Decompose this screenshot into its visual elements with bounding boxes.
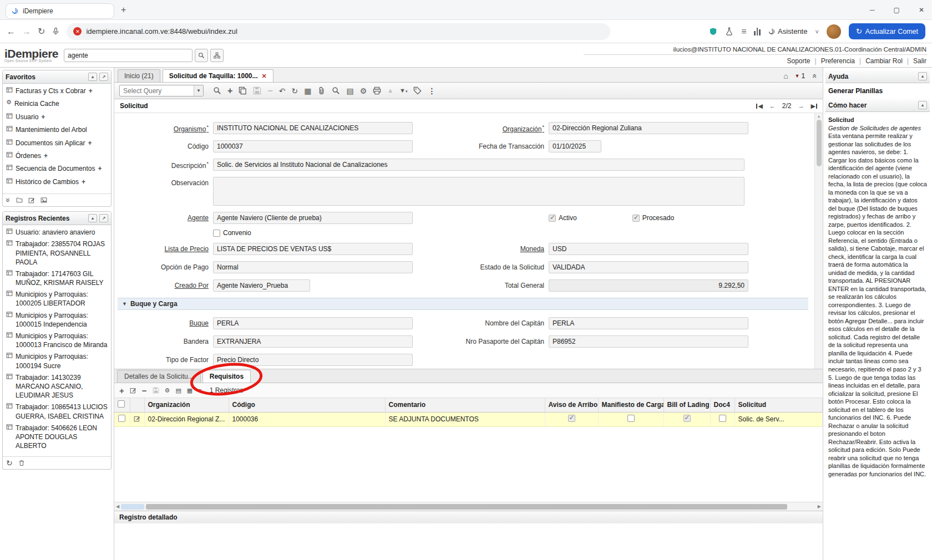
- copy-record-icon[interactable]: [239, 86, 247, 95]
- collapse-help-icon[interactable]: ▴: [918, 72, 927, 80]
- column-header-organizacion[interactable]: Organización: [144, 398, 229, 412]
- field-label-buque[interactable]: Buque: [189, 319, 209, 327]
- field-label-lista-precio[interactable]: Lista de Precio: [165, 245, 209, 253]
- url-bar[interactable]: ✕ idempiere.incanal.com.ve:8448/webui/in…: [67, 23, 610, 40]
- combobox-arrow-icon[interactable]: ▼: [194, 85, 203, 96]
- grid-settings-icon[interactable]: ▦: [187, 388, 193, 394]
- favorite-item-mantenimiento-arbol[interactable]: Mantenimiento del Arbol: [6, 125, 109, 135]
- new-record-icon[interactable]: +: [227, 86, 232, 95]
- close-tab-icon[interactable]: ✕: [262, 73, 267, 80]
- aviso-arribo-checkbox[interactable]: [568, 415, 575, 422]
- estado-solicitud-field[interactable]: VALIDADA: [549, 261, 748, 273]
- export-icon[interactable]: ▤: [175, 388, 181, 394]
- search-button[interactable]: [195, 49, 208, 62]
- find-record-icon[interactable]: [213, 86, 221, 95]
- home-icon[interactable]: ⌂: [783, 72, 788, 80]
- descripcion-field[interactable]: Solic. de Servicios al Instituto Naciona…: [213, 159, 744, 171]
- column-header-comentario[interactable]: Comentario: [385, 398, 545, 412]
- recent-record-item[interactable]: Municipios y Parroquias: 1000015 Indepen…: [6, 311, 109, 329]
- attachment-icon[interactable]: [317, 86, 326, 95]
- list-icon[interactable]: ≡: [198, 388, 201, 394]
- last-record-icon[interactable]: ▶: [811, 103, 817, 110]
- extension-flask-icon[interactable]: [725, 27, 733, 35]
- assistant-button[interactable]: Asistente: [768, 27, 807, 35]
- chevron-double-down-icon[interactable]: »: [4, 198, 12, 202]
- edit-row-icon[interactable]: [134, 415, 140, 422]
- scrollbar-thumb[interactable]: [146, 504, 787, 510]
- manifiesto-carga-checkbox[interactable]: [627, 415, 635, 422]
- opcion-pago-field[interactable]: Normal: [213, 261, 413, 273]
- field-label-organizacion[interactable]: Organización: [503, 125, 544, 133]
- table-row[interactable]: 02-Dirección Regional Z... 1000036 SE AD…: [114, 412, 823, 426]
- picture-icon[interactable]: [40, 197, 47, 203]
- folder-icon[interactable]: [16, 197, 23, 203]
- maximize-button[interactable]: ▢: [894, 6, 900, 14]
- edit-icon[interactable]: [28, 197, 35, 203]
- new-record-plus-icon[interactable]: +: [89, 87, 93, 95]
- recent-record-item[interactable]: Trabajador: 14130239 MARCANO ASCANIO, LE…: [6, 373, 109, 400]
- recent-record-item[interactable]: Municipios y Parroquias: 1000013 Francis…: [6, 332, 109, 349]
- recent-record-item[interactable]: Municipios y Parroquias: 1000194 Sucre: [6, 352, 109, 370]
- select-all-checkbox[interactable]: [118, 400, 125, 408]
- recent-record-item[interactable]: Trabajador: 23855704 ROJAS PIMIENTA, ROS…: [6, 240, 109, 267]
- bill-of-lading-checkbox[interactable]: [683, 415, 691, 422]
- report-icon[interactable]: ▤: [346, 87, 353, 95]
- detail-footer-bar[interactable]: Registro detallado: [114, 511, 823, 523]
- delete-record-icon[interactable]: −: [267, 86, 272, 95]
- tab-requisitos[interactable]: Requisitos: [202, 370, 251, 383]
- activo-checkbox-box[interactable]: [549, 215, 556, 222]
- process-gear-icon[interactable]: ⚙: [165, 388, 170, 394]
- back-icon[interactable]: ←: [7, 27, 16, 37]
- field-label-agente[interactable]: Agente: [188, 214, 209, 222]
- favorite-item-ordenes[interactable]: Órdenes+: [6, 151, 109, 161]
- first-record-icon[interactable]: ◀: [756, 103, 762, 110]
- form-vertical-scrollbar[interactable]: ▲: [814, 113, 823, 369]
- new-record-plus-icon[interactable]: +: [98, 165, 102, 172]
- moneda-field[interactable]: USD: [549, 243, 748, 255]
- edit-row-icon[interactable]: [130, 387, 136, 394]
- detail-record-icon[interactable]: ▼▾: [399, 88, 407, 94]
- new-record-plus-icon[interactable]: +: [82, 178, 85, 186]
- new-record-plus-icon[interactable]: +: [44, 152, 48, 160]
- scrollbar-thumb[interactable]: [817, 120, 822, 166]
- column-header-codigo[interactable]: Código: [229, 398, 385, 412]
- tab-inicio[interactable]: Inicio (21): [118, 69, 160, 82]
- stats-icon[interactable]: [754, 28, 761, 35]
- codigo-field[interactable]: 1000037: [213, 140, 413, 152]
- row-select-checkbox[interactable]: [118, 415, 125, 422]
- favorite-item-facturas[interactable]: Facturas y Cts x Cobrar+: [6, 86, 109, 96]
- new-tab-button[interactable]: +: [121, 5, 126, 15]
- link-preferencia[interactable]: Preferencia: [821, 57, 855, 65]
- agente-field[interactable]: Agente Naviero (Cliente de prueba): [213, 212, 413, 224]
- procesado-checkbox-box[interactable]: [632, 215, 640, 222]
- recent-record-item[interactable]: Trabajador: 17147603 GIL MUÑOZ, KRISMAR …: [6, 269, 109, 287]
- pasaporte-capitan-field[interactable]: P86952: [549, 335, 748, 348]
- recent-record-item[interactable]: Usuario: anaviero anaviero: [6, 228, 109, 237]
- link-soporte[interactable]: Soporte: [787, 57, 811, 65]
- expand-recent-icon[interactable]: ↗: [99, 214, 108, 222]
- open-windows-selector[interactable]: ▼1: [795, 72, 806, 80]
- column-header-solicitud[interactable]: Solicitud: [735, 398, 823, 412]
- link-cambiar-rol[interactable]: Cambiar Rol: [865, 57, 903, 65]
- new-record-plus-icon[interactable]: +: [41, 113, 45, 121]
- more-options-icon[interactable]: ⋮: [428, 87, 435, 95]
- procesado-checkbox[interactable]: Procesado: [632, 212, 674, 222]
- tipo-factor-field[interactable]: Precio Directo: [213, 354, 413, 366]
- forward-icon[interactable]: →: [22, 27, 31, 37]
- refresh-icon[interactable]: ↻: [6, 459, 13, 467]
- convenio-checkbox[interactable]: Convenio: [213, 229, 251, 237]
- horizontal-scrollbar[interactable]: ◀ ▶: [114, 502, 823, 511]
- fecha-transaccion-field[interactable]: 01/10/2025: [549, 140, 601, 152]
- recent-record-item[interactable]: Municipios y Parroquias: 1000205 LIBERTA…: [6, 290, 109, 308]
- favorite-item-documentos-sin-aplicar[interactable]: Documentos sin Aplicar+: [6, 139, 109, 148]
- column-header-manifiesto-carga[interactable]: Manifiesto de Carga: [598, 398, 663, 412]
- browser-tab[interactable]: iDempiere: [6, 3, 114, 19]
- expand-favorites-icon[interactable]: ↗: [99, 73, 108, 81]
- mic-icon[interactable]: [52, 27, 60, 35]
- bandera-field[interactable]: EXTRANJERA: [213, 335, 413, 348]
- favorite-item-historico-cambios[interactable]: Histórico de Cambios+: [6, 177, 109, 187]
- collapse-section-icon[interactable]: ▼: [122, 301, 127, 307]
- collapse-howto-icon[interactable]: ▴: [918, 101, 927, 109]
- print-icon[interactable]: [373, 86, 381, 95]
- global-search-input[interactable]: [64, 49, 193, 62]
